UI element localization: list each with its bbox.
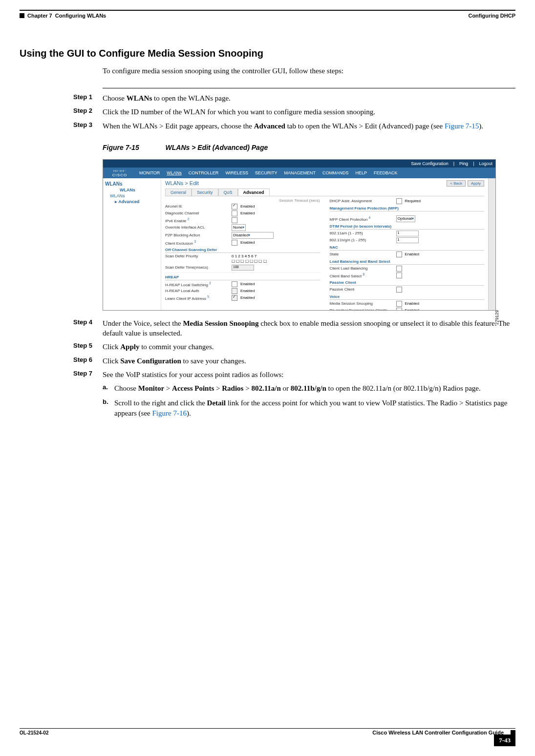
menu-security[interactable]: SECURITY <box>255 170 278 175</box>
intro-text: To configure media session snooping usin… <box>103 67 515 75</box>
menu-help[interactable]: HELP <box>355 170 367 175</box>
substep-a: a. Choose Monitor > Access Points > Radi… <box>103 383 515 393</box>
lb-header: Load Balancing and Band Select <box>330 259 485 265</box>
ss-sidebar: WLANs WLANs WLANs ▸ Advanced <box>103 178 161 310</box>
tab-security[interactable]: Security <box>192 189 218 196</box>
step-body: Click the ID number of the WLAN for whic… <box>103 107 515 117</box>
menu-commands[interactable]: COMMANDS <box>322 170 349 175</box>
aironet-checkbox[interactable] <box>232 204 237 210</box>
ping-link[interactable]: Ping <box>459 161 468 166</box>
step-label: Step 4 <box>73 318 103 338</box>
p2p-select[interactable]: Disabled <box>232 232 274 239</box>
step-body: See the VoIP statistics for your access … <box>103 370 515 379</box>
step-rule <box>103 88 515 88</box>
learn-ip-checkbox[interactable] <box>232 295 237 301</box>
media-snoop-checkbox[interactable] <box>396 301 402 307</box>
figure-ref-link[interactable]: Figure 7-15 <box>445 122 479 130</box>
reanchor-checkbox[interactable] <box>396 308 402 310</box>
dtim-b-input[interactable]: 1 <box>396 237 419 243</box>
step-1: Step 1 Choose WLANs to open the WLANs pa… <box>73 93 515 103</box>
menu-controller[interactable]: CONTROLLER <box>189 170 219 175</box>
substep-b: b. Scroll to the right and click the Det… <box>103 398 515 418</box>
scan-time-input[interactable]: 100 <box>232 265 254 271</box>
sidebar-item-wlans-group[interactable]: WLANs <box>120 188 159 192</box>
figure-number: Figure 7-15 <box>103 144 139 151</box>
mfp-select[interactable]: Optional <box>396 215 416 222</box>
passive-client-checkbox[interactable] <box>396 287 402 293</box>
dhcp-required-checkbox[interactable] <box>396 198 402 204</box>
step-7: Step 7 See the VoIP statistics for your … <box>73 370 515 379</box>
menu-management[interactable]: MANAGEMENT <box>284 170 316 175</box>
client-excl-checkbox[interactable] <box>232 240 237 246</box>
step-label: Step 6 <box>73 356 103 366</box>
step-label: Step 7 <box>73 370 103 379</box>
sub-body: Choose Monitor > Access Points > Radios … <box>114 383 515 393</box>
step-label: Step 1 <box>73 93 103 103</box>
section-title: Using the GUI to Configure Media Session… <box>20 48 515 59</box>
step-2: Step 2 Click the ID number of the WLAN f… <box>73 107 515 117</box>
page-number: 7-43 <box>494 735 515 746</box>
step-body: Under the Voice, select the Media Sessio… <box>103 318 515 338</box>
sidebar-item-wlans[interactable]: WLANs <box>110 193 159 198</box>
figure-id: 279129 <box>494 310 499 325</box>
step-3: Step 3 When the WLANs > Edit page appear… <box>73 121 515 131</box>
menu-wireless[interactable]: WIRELESS <box>225 170 248 175</box>
lb-client-checkbox[interactable] <box>396 266 402 272</box>
screenshot-figure: Save Configuration | Ping | Logout ııı·ı… <box>103 159 496 311</box>
page-header: Chapter 7 Configuring WLANs Configuring … <box>20 13 515 19</box>
diag-checkbox[interactable] <box>232 210 237 216</box>
voice-header: Voice <box>330 294 485 300</box>
step-body: When the WLANs > Edit page appears, choo… <box>103 121 515 131</box>
step-body: Click Apply to commit your changes. <box>103 342 515 352</box>
step-body: Choose WLANs to open the WLANs page. <box>103 93 515 103</box>
override-acl-select[interactable]: None <box>232 224 246 231</box>
chapter-title: Configuring WLANs <box>55 13 106 19</box>
logout-link[interactable]: Logout <box>479 161 492 166</box>
ss-main: WLANs > Edit < Back Apply General Securi… <box>161 178 488 310</box>
right-column: DHCP Addr. Assignment Required Managemen… <box>330 197 485 310</box>
hreap-sw-checkbox[interactable] <box>232 281 237 287</box>
lb-band-checkbox[interactable] <box>396 273 402 278</box>
sub-label: b. <box>103 398 114 418</box>
vertical-scrollbar[interactable] <box>488 178 495 310</box>
hreap-auth-checkbox[interactable] <box>232 288 237 294</box>
step-label: Step 3 <box>73 121 103 131</box>
step-5: Step 5 Click Apply to commit your change… <box>73 342 515 352</box>
left-column: Session Timeout (secs) Aironet IEEnabled… <box>165 197 320 310</box>
step-label: Step 2 <box>73 107 103 117</box>
ipv6-checkbox[interactable] <box>232 217 237 223</box>
header-block-icon <box>20 13 24 18</box>
header-section: Configuring DHCP <box>468 13 515 19</box>
menu-wlans[interactable]: WLANs <box>167 170 182 175</box>
tab-advanced[interactable]: Advanced <box>238 189 270 196</box>
sidebar-item-advanced[interactable]: ▸ Advanced <box>115 199 159 204</box>
nac-state-checkbox[interactable] <box>396 252 402 257</box>
scan-priority-checks[interactable]: ☐ ☐ ☐ ☐ ☐ ☐ ☐ ☐ <box>232 259 267 264</box>
step-body: Click Save Configuration to save your ch… <box>103 356 515 366</box>
off-channel-header: Off Channel Scanning Defer <box>165 248 320 253</box>
top-rule <box>20 10 515 11</box>
dtim-header: DTIM Period (in beacon intervals) <box>330 224 485 230</box>
passive-header: Passive Client <box>330 280 485 286</box>
save-config-link[interactable]: Save Configuration <box>411 161 449 166</box>
breadcrumb: WLANs > Edit <box>165 180 199 187</box>
mfp-header: Management Frame Protection (MFP) <box>330 206 485 211</box>
nac-header: NAC <box>330 245 485 251</box>
cisco-logo: ııı·ııı·CISCO <box>105 168 134 177</box>
tab-general[interactable]: General <box>165 189 192 196</box>
tab-qos[interactable]: QoS <box>218 189 238 196</box>
step-label: Step 5 <box>73 342 103 352</box>
step-6: Step 6 Click Save Configuration to save … <box>73 356 515 366</box>
back-button[interactable]: < Back <box>447 180 466 187</box>
dtim-a-input[interactable]: 1 <box>396 231 419 236</box>
chapter-number: Chapter 7 <box>27 13 52 19</box>
step-4: Step 4 Under the Voice, select the Media… <box>73 318 515 338</box>
ss-tabs: General Security QoS Advanced <box>165 189 484 196</box>
apply-button[interactable]: Apply <box>468 180 484 187</box>
menu-monitor[interactable]: MONITOR <box>139 170 160 175</box>
footer-doc-id: OL-21524-02 <box>20 730 48 735</box>
page-footer: OL-21524-02 Cisco Wireless LAN Controlle… <box>20 728 515 746</box>
ss-top-links: Save Configuration | Ping | Logout <box>103 160 495 168</box>
menu-feedback[interactable]: FEEDBACK <box>374 170 398 175</box>
figure-ref-link[interactable]: Figure 7-16 <box>152 409 186 417</box>
